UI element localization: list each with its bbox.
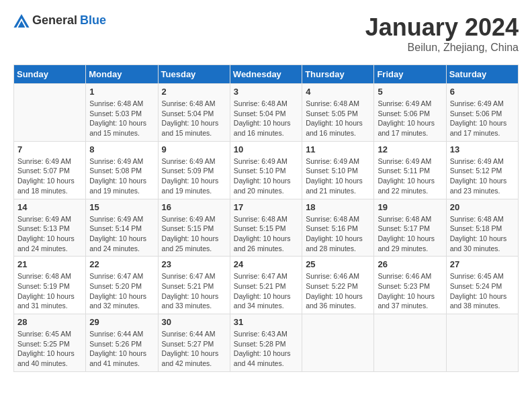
sunrise-text: Sunrise: 6:45 AM: [450, 271, 515, 281]
day-number: 26: [378, 259, 442, 269]
calendar-cell: 28Sunrise: 6:45 AMSunset: 5:25 PMDayligh…: [14, 314, 86, 372]
sunset-text: Sunset: 5:10 PM: [234, 166, 298, 176]
header-friday: Friday: [374, 65, 446, 84]
day-info: Sunrise: 6:47 AMSunset: 5:21 PMDaylight:…: [234, 271, 298, 311]
day-number: 16: [162, 202, 226, 212]
daylight-text: Daylight: 10 hours and 16 minutes.: [234, 118, 298, 138]
day-number: 28: [17, 317, 82, 327]
daylight-text: Daylight: 10 hours and 24 minutes.: [89, 234, 154, 253]
calendar-cell: 19Sunrise: 6:48 AMSunset: 5:17 PMDayligh…: [374, 199, 446, 257]
sunrise-text: Sunrise: 6:49 AM: [162, 156, 226, 167]
day-number: 7: [17, 144, 82, 154]
daylight-text: Daylight: 10 hours and 20 minutes.: [234, 176, 298, 195]
sunset-text: Sunset: 5:17 PM: [378, 224, 442, 234]
daylight-text: Daylight: 10 hours and 29 minutes.: [378, 234, 442, 253]
day-number: 11: [306, 144, 370, 154]
day-info: Sunrise: 6:48 AMSunset: 5:19 PMDaylight:…: [17, 271, 82, 311]
daylight-text: Daylight: 10 hours and 19 minutes.: [89, 176, 154, 195]
sunset-text: Sunset: 5:06 PM: [450, 109, 515, 119]
sunset-text: Sunset: 5:28 PM: [234, 339, 298, 349]
sunset-text: Sunset: 5:09 PM: [162, 166, 226, 176]
sunrise-text: Sunrise: 6:48 AM: [89, 99, 154, 109]
day-number: 14: [17, 202, 82, 212]
sunset-text: Sunset: 5:04 PM: [234, 109, 298, 119]
calendar-cell: 20Sunrise: 6:48 AMSunset: 5:18 PMDayligh…: [446, 199, 518, 257]
day-number: 29: [89, 317, 154, 327]
calendar-cell: 15Sunrise: 6:49 AMSunset: 5:14 PMDayligh…: [86, 199, 158, 257]
day-number: 1: [89, 87, 154, 97]
sunrise-text: Sunrise: 6:49 AM: [234, 156, 298, 167]
calendar-cell: 22Sunrise: 6:47 AMSunset: 5:20 PMDayligh…: [86, 257, 158, 314]
sunset-text: Sunset: 5:23 PM: [378, 281, 442, 291]
calendar-cell: 7Sunrise: 6:49 AMSunset: 5:07 PMDaylight…: [14, 141, 86, 199]
sunrise-text: Sunrise: 6:48 AM: [378, 214, 442, 224]
logo: GeneralBlue: [13, 13, 106, 28]
day-number: 10: [234, 144, 298, 154]
sunset-text: Sunset: 5:11 PM: [378, 166, 442, 176]
day-info: Sunrise: 6:49 AMSunset: 5:09 PMDaylight:…: [162, 156, 226, 196]
sunrise-text: Sunrise: 6:47 AM: [234, 271, 298, 281]
day-number: 4: [306, 87, 370, 97]
sunset-text: Sunset: 5:13 PM: [17, 224, 82, 234]
day-info: Sunrise: 6:48 AMSunset: 5:03 PMDaylight:…: [89, 99, 154, 138]
calendar-cell: 12Sunrise: 6:49 AMSunset: 5:11 PMDayligh…: [374, 141, 446, 199]
daylight-text: Daylight: 10 hours and 16 minutes.: [306, 118, 370, 138]
daylight-text: Daylight: 10 hours and 38 minutes.: [450, 291, 515, 311]
sunset-text: Sunset: 5:04 PM: [162, 109, 226, 119]
daylight-text: Daylight: 10 hours and 34 minutes.: [234, 291, 298, 311]
calendar-week-5: 28Sunrise: 6:45 AMSunset: 5:25 PMDayligh…: [14, 314, 519, 372]
calendar-cell: 23Sunrise: 6:47 AMSunset: 5:21 PMDayligh…: [158, 257, 230, 314]
daylight-text: Daylight: 10 hours and 41 minutes.: [89, 349, 154, 368]
title-area: January 2024 Beilun, Zhejiang, China: [365, 13, 519, 54]
sunset-text: Sunset: 5:16 PM: [306, 224, 370, 234]
daylight-text: Daylight: 10 hours and 25 minutes.: [162, 234, 226, 253]
calendar-cell: 1Sunrise: 6:48 AMSunset: 5:03 PMDaylight…: [86, 84, 158, 142]
daylight-text: Daylight: 10 hours and 24 minutes.: [17, 234, 82, 253]
calendar-cell: 11Sunrise: 6:49 AMSunset: 5:10 PMDayligh…: [302, 141, 374, 199]
sunrise-text: Sunrise: 6:48 AM: [234, 99, 298, 109]
daylight-text: Daylight: 10 hours and 19 minutes.: [162, 176, 226, 195]
location-title: Beilun, Zhejiang, China: [365, 42, 519, 54]
calendar-cell: 27Sunrise: 6:45 AMSunset: 5:24 PMDayligh…: [446, 257, 518, 314]
header-saturday: Saturday: [446, 65, 518, 84]
day-number: 19: [378, 202, 442, 212]
daylight-text: Daylight: 10 hours and 22 minutes.: [378, 176, 442, 195]
day-info: Sunrise: 6:48 AMSunset: 5:04 PMDaylight:…: [162, 99, 226, 138]
sunset-text: Sunset: 5:05 PM: [306, 109, 370, 119]
day-info: Sunrise: 6:49 AMSunset: 5:14 PMDaylight:…: [89, 214, 154, 254]
sunset-text: Sunset: 5:21 PM: [162, 281, 226, 291]
day-info: Sunrise: 6:48 AMSunset: 5:05 PMDaylight:…: [306, 99, 370, 138]
day-info: Sunrise: 6:48 AMSunset: 5:18 PMDaylight:…: [450, 214, 515, 254]
daylight-text: Daylight: 10 hours and 18 minutes.: [17, 176, 82, 195]
calendar-week-1: 1Sunrise: 6:48 AMSunset: 5:03 PMDaylight…: [14, 84, 519, 142]
sunset-text: Sunset: 5:03 PM: [89, 109, 154, 119]
sunrise-text: Sunrise: 6:49 AM: [306, 156, 370, 167]
header-wednesday: Wednesday: [230, 65, 302, 84]
daylight-text: Daylight: 10 hours and 42 minutes.: [162, 349, 226, 368]
calendar-cell: 30Sunrise: 6:44 AMSunset: 5:27 PMDayligh…: [158, 314, 230, 372]
daylight-text: Daylight: 10 hours and 32 minutes.: [89, 291, 154, 311]
sunset-text: Sunset: 5:25 PM: [17, 339, 82, 349]
calendar-cell: 18Sunrise: 6:48 AMSunset: 5:16 PMDayligh…: [302, 199, 374, 257]
day-number: 18: [306, 202, 370, 212]
sunrise-text: Sunrise: 6:46 AM: [306, 271, 370, 281]
calendar-cell: 5Sunrise: 6:49 AMSunset: 5:06 PMDaylight…: [374, 84, 446, 142]
sunrise-text: Sunrise: 6:48 AM: [450, 214, 515, 224]
calendar-cell: 29Sunrise: 6:44 AMSunset: 5:26 PMDayligh…: [86, 314, 158, 372]
day-info: Sunrise: 6:49 AMSunset: 5:15 PMDaylight:…: [162, 214, 226, 254]
day-info: Sunrise: 6:46 AMSunset: 5:23 PMDaylight:…: [378, 271, 442, 311]
daylight-text: Daylight: 10 hours and 15 minutes.: [162, 118, 226, 138]
calendar-cell: 6Sunrise: 6:49 AMSunset: 5:06 PMDaylight…: [446, 84, 518, 142]
sunrise-text: Sunrise: 6:47 AM: [162, 271, 226, 281]
day-number: 21: [17, 259, 82, 269]
calendar-cell: 31Sunrise: 6:43 AMSunset: 5:28 PMDayligh…: [230, 314, 302, 372]
calendar-cell: 3Sunrise: 6:48 AMSunset: 5:04 PMDaylight…: [230, 84, 302, 142]
day-info: Sunrise: 6:48 AMSunset: 5:04 PMDaylight:…: [234, 99, 298, 138]
calendar-cell: [302, 314, 374, 372]
day-info: Sunrise: 6:48 AMSunset: 5:16 PMDaylight:…: [306, 214, 370, 254]
sunrise-text: Sunrise: 6:48 AM: [306, 99, 370, 109]
day-info: Sunrise: 6:47 AMSunset: 5:20 PMDaylight:…: [89, 271, 154, 311]
daylight-text: Daylight: 10 hours and 30 minutes.: [450, 234, 515, 253]
day-info: Sunrise: 6:43 AMSunset: 5:28 PMDaylight:…: [234, 329, 298, 369]
sunrise-text: Sunrise: 6:48 AM: [17, 271, 82, 281]
